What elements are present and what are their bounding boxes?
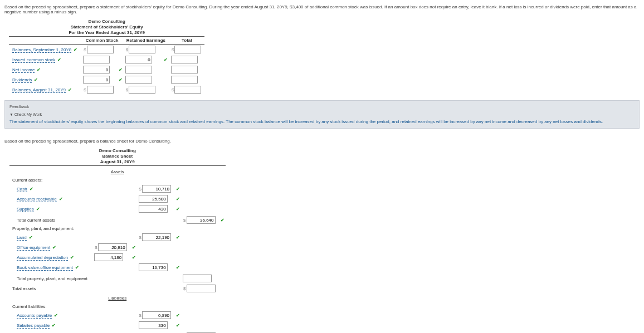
current-assets-label: Current assets: bbox=[9, 177, 92, 184]
bs-table: Demo Consulting Balance Sheet August 31,… bbox=[9, 147, 226, 333]
check-icon: ✔ bbox=[52, 245, 56, 250]
check-icon: ✔ bbox=[57, 57, 61, 62]
soe-company: Demo Consulting bbox=[9, 19, 204, 24]
input-ad[interactable] bbox=[94, 253, 123, 261]
row-tca: Total current assets bbox=[9, 214, 92, 225]
check-icon: ✔ bbox=[176, 187, 180, 192]
check-icon: ✔ bbox=[119, 67, 123, 72]
row-cash[interactable]: Cash bbox=[17, 187, 27, 192]
input-r1c3[interactable] bbox=[174, 46, 201, 53]
check-icon: ✔ bbox=[164, 57, 168, 62]
input-r2c1[interactable] bbox=[83, 56, 110, 63]
input-r5c3[interactable] bbox=[174, 86, 201, 94]
row-ta: Total assets bbox=[9, 283, 92, 293]
cl-label: Current liabilities: bbox=[9, 303, 92, 310]
ppe-label: Property, plant, and equipment: bbox=[9, 225, 92, 232]
check-icon: ✔ bbox=[132, 245, 136, 250]
soe-period: For the Year Ended August 31, 20Y9 bbox=[9, 30, 204, 35]
check-icon: ✔ bbox=[75, 265, 79, 270]
input-r1c1[interactable] bbox=[87, 46, 114, 53]
check-icon: ✔ bbox=[74, 47, 77, 52]
check-icon: ✔ bbox=[176, 313, 180, 318]
input-ta[interactable] bbox=[187, 285, 216, 292]
check-icon: ✔ bbox=[37, 67, 41, 72]
bs-date: August 31, 20Y9 bbox=[9, 159, 226, 166]
input-r3c3[interactable] bbox=[171, 66, 198, 74]
assets-heading: Assets bbox=[9, 167, 226, 177]
row-net-income[interactable]: Net income bbox=[12, 67, 35, 73]
instruction-bs: Based on the preceding spreadsheet, prep… bbox=[4, 139, 640, 144]
input-r3c2[interactable] bbox=[125, 66, 152, 74]
col-total: Total bbox=[169, 37, 204, 45]
check-icon: ✔ bbox=[52, 323, 56, 328]
input-land[interactable] bbox=[142, 233, 171, 241]
row-oe[interactable]: Office equipment bbox=[17, 245, 50, 251]
row-sp[interactable]: Salaries payable bbox=[17, 323, 50, 329]
check-icon: ✔ bbox=[176, 265, 180, 270]
check-icon: ✔ bbox=[54, 313, 58, 318]
check-icon: ✔ bbox=[132, 255, 136, 260]
row-issued-stock[interactable]: Issued common stock bbox=[12, 57, 55, 63]
check-icon: ✔ bbox=[221, 218, 225, 223]
check-icon: ✔ bbox=[68, 87, 72, 92]
row-ap[interactable]: Accounts payable bbox=[17, 313, 52, 319]
feedback-body: The statement of stockholders' equity sh… bbox=[9, 119, 635, 125]
instruction-soe: Based on the preceding spreadsheet, prep… bbox=[4, 4, 640, 14]
row-end-balances[interactable]: Balances, August 31, 20Y9 bbox=[12, 87, 66, 93]
input-r1c2[interactable] bbox=[129, 46, 155, 53]
check-icon: ✔ bbox=[34, 77, 38, 82]
row-beg-balances[interactable]: Balances, September 1, 20Y8 bbox=[12, 47, 71, 53]
check-icon: ✔ bbox=[176, 235, 180, 240]
soe-title: Statement of Stockholders' Equity bbox=[9, 25, 204, 30]
col-common-stock: Common Stock bbox=[81, 37, 123, 45]
input-r4c1[interactable] bbox=[83, 76, 110, 84]
input-tca[interactable] bbox=[187, 216, 216, 224]
input-ap[interactable] bbox=[142, 311, 171, 319]
input-r4c2[interactable] bbox=[125, 76, 152, 84]
input-r3c1[interactable] bbox=[83, 66, 110, 74]
check-my-work-toggle[interactable]: ▼ Check My Work bbox=[9, 112, 635, 116]
row-tl: Total liabilities bbox=[9, 330, 92, 333]
row-bvoe[interactable]: Book value-office equipment bbox=[17, 265, 73, 271]
check-icon: ✔ bbox=[70, 255, 74, 260]
input-r5c2[interactable] bbox=[129, 86, 155, 94]
row-supplies[interactable]: Supplies bbox=[17, 207, 34, 212]
row-ar[interactable]: Accounts receivable bbox=[17, 197, 57, 202]
input-supplies[interactable] bbox=[139, 205, 168, 213]
input-cash[interactable] bbox=[142, 185, 171, 193]
input-r2c2[interactable] bbox=[125, 56, 152, 63]
check-icon: ✔ bbox=[29, 235, 33, 240]
col-retained-earnings: Retained Earnings bbox=[123, 37, 169, 45]
row-land[interactable]: Land bbox=[17, 235, 27, 241]
bs-company: Demo Consulting bbox=[9, 148, 226, 153]
row-ad[interactable]: Accumulated depreciation bbox=[17, 255, 68, 261]
input-bvoe[interactable] bbox=[139, 263, 168, 271]
input-tppe[interactable] bbox=[183, 275, 212, 282]
check-icon: ✔ bbox=[36, 207, 40, 212]
bs-title: Balance Sheet bbox=[9, 154, 226, 159]
input-ar[interactable] bbox=[139, 195, 168, 203]
liabilities-heading: Liabilities bbox=[9, 293, 226, 303]
check-icon: ✔ bbox=[176, 197, 180, 202]
input-sp[interactable] bbox=[139, 321, 168, 329]
row-dividends[interactable]: Dividends bbox=[12, 77, 32, 83]
input-oe[interactable] bbox=[98, 243, 127, 251]
feedback-panel: Feedback ▼ Check My Work The statement o… bbox=[4, 100, 640, 129]
check-icon: ✔ bbox=[30, 187, 33, 192]
soe-table: Demo Consulting Statement of Stockholder… bbox=[9, 18, 204, 95]
check-icon: ✔ bbox=[59, 197, 63, 202]
input-r2c3[interactable] bbox=[171, 56, 198, 63]
check-icon: ✔ bbox=[176, 323, 180, 328]
input-r4c3[interactable] bbox=[171, 76, 198, 84]
feedback-title: Feedback bbox=[9, 104, 635, 109]
input-r5c1[interactable] bbox=[87, 86, 114, 94]
row-tppe: Total property, plant, and equipment bbox=[9, 272, 92, 283]
check-icon: ✔ bbox=[119, 77, 123, 82]
check-icon: ✔ bbox=[176, 207, 180, 212]
